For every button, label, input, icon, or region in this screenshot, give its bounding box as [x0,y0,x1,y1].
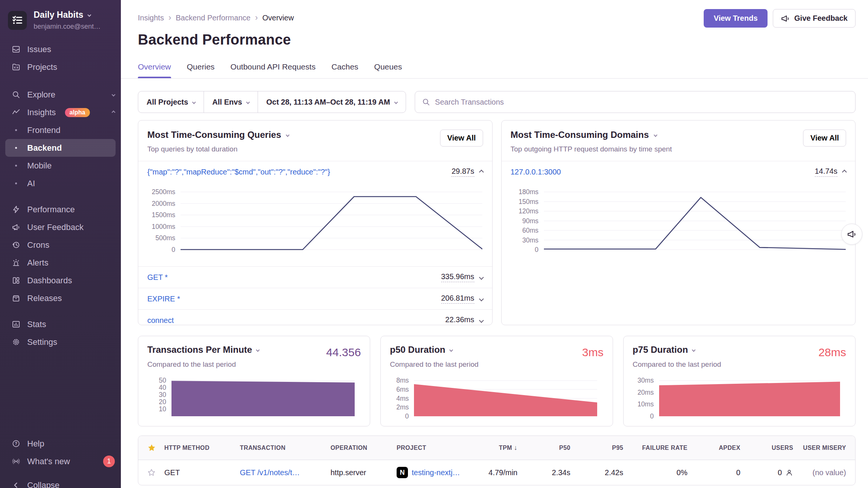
cell-project-link[interactable]: testing-nextj… [412,468,460,477]
sidebar-item-explore[interactable]: Explore [0,86,121,103]
query-link[interactable]: connect [147,316,174,325]
sidebar-item-mobile[interactable]: Mobile [0,157,121,175]
column-header-project[interactable]: PROJECT [397,445,468,451]
cell-transaction-link[interactable]: GET /v1/notes/t… [240,468,331,477]
date-range-dropdown[interactable]: Oct 28, 11:13 AM–Oct 28, 11:19 AM [258,91,406,113]
tab-bar: Overview Queries Outbound API Requests C… [138,62,856,78]
cell-apdex: 0 [687,468,740,477]
queries-panel: Most Time-Consuming Queries Top queries … [138,120,493,325]
column-header-apdex[interactable]: APDEX [687,445,740,451]
bullet-icon [11,182,20,184]
column-header-p50[interactable]: P50 [517,445,570,451]
column-header-http-method[interactable]: HTTP METHOD [164,445,240,451]
query-link[interactable]: EXPIRE * [147,295,180,303]
environment-filter-dropdown[interactable]: All Envs [204,91,258,113]
column-header-user-misery[interactable]: USER MISERY [793,445,846,451]
give-feedback-button[interactable]: Give Feedback [773,9,856,28]
breadcrumb-backend-performance[interactable]: Backend Performance [176,14,250,22]
tpm-card: Transactions Per Minute 44.356 Compared … [138,336,370,426]
sidebar-item-issues[interactable]: Issues [0,40,121,58]
sidebar-item-label: Settings [27,337,57,347]
view-trends-button[interactable]: View Trends [704,9,767,28]
query-duration: 29.87s [451,167,474,177]
chevron-down-icon[interactable] [479,318,484,323]
sidebar-item-releases[interactable]: Releases [0,289,121,307]
table-row: GET GET /v1/notes/t… http.server N testi… [138,460,855,485]
domain-link[interactable]: 127.0.0.1:3000 [511,168,561,176]
chevron-up-icon[interactable] [479,170,484,175]
tab-overview[interactable]: Overview [138,62,171,78]
chevron-down-icon[interactable] [286,133,290,137]
chevron-down-icon[interactable] [256,348,260,352]
sidebar-item-user-feedback[interactable]: User Feedback [0,218,121,236]
org-switcher[interactable]: Daily Habits benjamin.coe@sent… [0,0,121,31]
sidebar-item-backend[interactable]: Backend [5,139,116,157]
chevron-down-icon[interactable] [653,133,657,137]
tab-caches[interactable]: Caches [331,62,358,78]
sidebar: Daily Habits benjamin.coe@sent… Issues P… [0,0,121,488]
sidebar-item-frontend[interactable]: Frontend [0,121,121,139]
sidebar-item-projects[interactable]: Projects [0,58,121,76]
sidebar-item-label: Explore [27,90,56,100]
dashboards-icon [11,276,20,285]
column-header-transaction[interactable]: TRANSACTION [240,445,331,451]
tpm-card-value: 44.356 [326,346,361,359]
cell-tpm: 4.79/min [468,468,517,477]
cell-operation: http.server [331,468,397,477]
app-window: Daily Habits benjamin.coe@sent… Issues P… [0,0,868,488]
sidebar-item-alerts[interactable]: Alerts [0,254,121,272]
sidebar-item-label: Dashboards [27,276,72,286]
queries-panel-subtitle: Top queries by total duration [147,145,483,153]
column-header-tpm[interactable]: TPM ↓ [468,444,517,452]
sidebar-item-label: AI [27,179,35,188]
column-header-operation[interactable]: OPERATION [331,445,397,451]
clock-icon [11,241,20,250]
sidebar-item-label: Stats [27,320,46,329]
sidebar-item-ai[interactable]: AI [0,175,121,192]
p50-card-value: 3ms [582,346,604,359]
axis-tick-label: 90ms [502,217,539,225]
query-link[interactable]: GET * [147,273,168,282]
axis-tick-label: 6ms [390,385,409,394]
axis-tick-label: 8ms [390,376,409,385]
tpm-chart: 5040302010 [147,375,361,421]
search-input[interactable] [435,98,848,107]
sidebar-item-insights[interactable]: Insights alpha [0,103,121,121]
query-duration: 22.36ms [445,315,474,325]
sidebar-item-label: Collapse [27,480,60,488]
chevron-up-icon[interactable] [842,170,847,175]
sidebar-item-help[interactable]: ? Help [0,435,121,452]
chevron-down-icon[interactable] [449,348,453,352]
floating-feedback-button[interactable] [841,224,862,245]
star-toggle[interactable] [147,468,164,477]
chevron-down-icon[interactable] [479,297,484,301]
sidebar-item-dashboards[interactable]: Dashboards [0,272,121,289]
project-filter-dropdown[interactable]: All Projects [138,91,204,113]
column-header-failure-rate[interactable]: FAILURE RATE [623,445,687,451]
column-header-p95[interactable]: P95 [570,445,623,451]
sidebar-item-settings[interactable]: Settings [0,333,121,351]
chevron-down-icon[interactable] [479,275,484,280]
chevron-down-icon [394,100,398,104]
sidebar-collapse-button[interactable]: Collapse [0,476,121,488]
axis-tick-label: 500ms [138,234,175,242]
query-link[interactable]: {"map":"?","mapReduce":"$cmd","out":"?",… [147,168,330,176]
tab-outbound-api-requests[interactable]: Outbound API Requests [230,62,315,78]
chevron-down-icon[interactable] [692,348,696,352]
domains-view-all-button[interactable]: View All [803,130,846,147]
insight-panels: Most Time-Consuming Queries Top queries … [138,120,856,325]
sidebar-item-stats[interactable]: Stats [0,315,121,333]
column-header-users[interactable]: USERS [740,445,793,451]
tab-queues[interactable]: Queues [374,62,402,78]
sidebar-item-crons[interactable]: Crons [0,236,121,254]
p50-chart: 8ms6ms4ms2ms0 [390,375,603,421]
p50-card-title: p50 Duration [390,344,445,355]
star-outline-icon [147,468,156,477]
sidebar-item-whats-new[interactable]: What's new 1 [0,452,121,470]
tab-queries[interactable]: Queries [187,62,215,78]
sidebar-item-performance[interactable]: Performance [0,201,121,218]
star-column-header[interactable] [147,443,164,452]
queries-view-all-button[interactable]: View All [440,130,483,147]
breadcrumb-insights[interactable]: Insights [138,14,164,22]
bullet-icon [11,147,20,149]
